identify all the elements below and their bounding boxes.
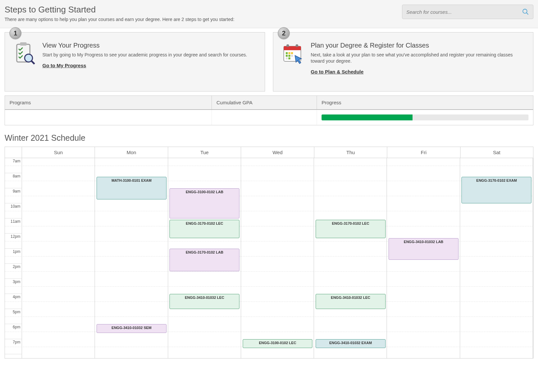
time-10am: 10am	[5, 203, 22, 218]
day-header-sat: Sat	[460, 147, 533, 158]
event-engg-3170-0102-lec[interactable]: ENGG-3170-0102 LEC	[169, 220, 239, 238]
svg-point-8	[286, 44, 289, 47]
svg-rect-16	[286, 57, 288, 59]
go-to-plan-schedule-link[interactable]: Go to Plan & Schedule	[311, 69, 364, 74]
go-to-my-progress-link[interactable]: Go to My Progress	[42, 63, 86, 68]
day-header-tue: Tue	[168, 147, 241, 158]
progress-fill	[322, 114, 413, 120]
time-3pm: 3pm	[5, 279, 22, 294]
event-engg-3100-0102-lec[interactable]: ENGG-3100-0102 LEC	[243, 339, 313, 348]
svg-rect-7	[284, 46, 301, 50]
page-title: Steps to Getting Started	[5, 5, 235, 15]
svg-rect-3	[20, 42, 27, 46]
svg-rect-15	[291, 55, 293, 57]
time-6pm: 6pm	[5, 324, 22, 339]
svg-point-4	[25, 54, 33, 62]
event-engg-3410-01032-lab[interactable]: ENGG-3410-01032 LAB	[389, 238, 459, 260]
calendar-cursor-icon	[281, 42, 305, 65]
day-header-mon: Mon	[95, 147, 168, 158]
event-engg-3170-0102-lec[interactable]: ENGG-3170-0102 LEC	[316, 220, 386, 238]
day-header-fri: Fri	[387, 147, 460, 158]
page-header: Steps to Getting Started There are many …	[0, 0, 538, 28]
card-plan-register: 2 Plan your Degree & Register for Classe…	[273, 32, 533, 92]
svg-rect-12	[291, 52, 293, 54]
event-math-3100-0101-exam[interactable]: MATH-3100-0101 EXAM	[97, 177, 167, 199]
svg-line-5	[32, 61, 34, 64]
svg-rect-14	[288, 55, 290, 57]
svg-point-0	[523, 9, 527, 13]
schedule-title: Winter 2021 Schedule	[5, 133, 538, 143]
search-input[interactable]	[406, 9, 522, 15]
clipboard-magnifier-icon	[13, 42, 36, 65]
svg-rect-10	[286, 52, 288, 54]
event-engg-3410-01032-exam[interactable]: ENGG-3410-01032 EXAM	[316, 339, 386, 348]
getting-started-cards: 1 View Your Progress Start by going to M…	[0, 28, 538, 92]
card-view-progress: 1 View Your Progress Start by going to M…	[5, 32, 265, 92]
stats-panel: Programs Cumulative GPA Progress	[5, 95, 533, 125]
step-badge: 2	[278, 27, 290, 39]
page-subtitle: There are many options to help you plan …	[5, 17, 235, 22]
event-engg-3170-0102-lab[interactable]: ENGG-3170-0102 LAB	[169, 249, 239, 271]
col-progress: Progress	[317, 96, 533, 109]
day-header-sun: Sun	[22, 147, 95, 158]
search-icon	[522, 8, 529, 15]
event-engg-3410-01032-lec[interactable]: ENGG-3410-01032 LEC	[169, 294, 239, 309]
svg-point-9	[296, 44, 298, 47]
svg-line-1	[527, 13, 528, 15]
time-7am: 7am	[5, 158, 22, 173]
svg-rect-17	[288, 57, 290, 59]
card-title: View Your Progress	[42, 42, 247, 49]
time-12pm: 12pm	[5, 234, 22, 249]
day-header-wed: Wed	[241, 147, 314, 158]
time-5pm: 5pm	[5, 309, 22, 324]
card-desc: Next, take a look at your plan to see wh…	[311, 52, 525, 64]
search-box[interactable]	[402, 5, 533, 19]
col-programs: Programs	[5, 96, 212, 109]
time-7pm: 7pm	[5, 339, 22, 354]
event-engg-3410-01032-sem[interactable]: ENGG-3410-01032 SEM	[97, 324, 167, 333]
event-engg-3170-0102-exam[interactable]: ENGG-3170-0102 EXAM	[461, 177, 531, 203]
time-9am: 9am	[5, 188, 22, 203]
time-4pm: 4pm	[5, 294, 22, 309]
time-1pm: 1pm	[5, 249, 22, 264]
col-gpa: Cumulative GPA	[212, 96, 317, 109]
event-engg-3410-01032-lec[interactable]: ENGG-3410-01032 LEC	[316, 294, 386, 309]
card-title: Plan your Degree & Register for Classes	[311, 42, 525, 49]
day-header-thu: Thu	[314, 147, 387, 158]
time-11am: 11am	[5, 218, 22, 234]
card-desc: Start by going to My Progress to see you…	[42, 52, 247, 58]
event-engg-3100-0102-lab[interactable]: ENGG-3100-0102 LAB	[169, 188, 239, 218]
step-badge: 1	[10, 27, 21, 39]
time-8am: 8am	[5, 173, 22, 188]
time-2pm: 2pm	[5, 264, 22, 279]
progress-bar	[322, 114, 528, 120]
svg-rect-11	[288, 52, 290, 54]
schedule-calendar: SunMonTueWedThuFriSat 7am8am9am10am11am1…	[5, 147, 533, 359]
svg-rect-13	[286, 55, 288, 57]
